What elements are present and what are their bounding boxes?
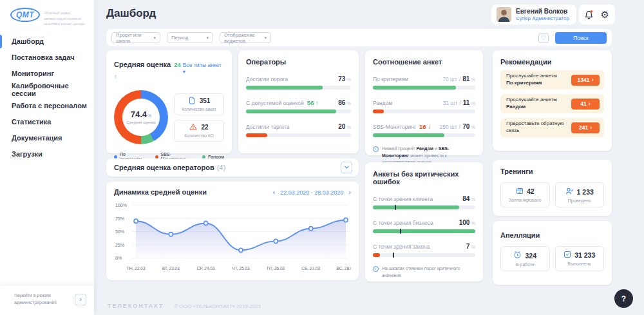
sidebar-item-calibration-sessions[interactable]: Калибровочные сессии	[0, 82, 94, 98]
help-button[interactable]: ?	[614, 289, 633, 308]
questionnaire-ratio-card: Соотношение анкет По критериям 70 шт/81%…	[365, 50, 483, 155]
recommendation-count-button[interactable]: 241›	[571, 122, 600, 133]
card-title: Апелляции	[500, 231, 604, 239]
panel-title: Средняя оценка операторов	[114, 164, 214, 171]
warning-icon	[189, 123, 197, 132]
date-range-nav: ‹ 22.03.2020 - 28.03.2020 ›	[273, 189, 351, 196]
filter-bar: Проект или шкала▾ Период▾ Отображение ви…	[106, 29, 612, 46]
bar-row-threshold: Достигли порога 73%	[246, 75, 351, 90]
threshold-marker	[393, 253, 394, 258]
info-icon: i	[373, 146, 379, 152]
bar-row-random: Рандом 31 шт/11%	[373, 99, 475, 113]
recommendation-count-button[interactable]: 41›	[571, 99, 600, 110]
trainings-card: Тренинги 42 Запланировано 1 233 Проведен…	[493, 160, 612, 216]
bar-row-criteria: По критериям 70 шт/81%	[373, 75, 475, 90]
chevron-right-icon: ›	[589, 100, 591, 107]
card-title: Динамика средней оценки	[114, 188, 207, 196]
arrow-up-icon: ↑	[316, 99, 319, 106]
appeals-card: Апелляции 324 В работе 31 233 Выполнено	[493, 221, 612, 285]
chevron-right-icon: ›	[590, 124, 592, 131]
sidebar-item-uploads[interactable]: Загрузки	[0, 146, 94, 162]
threshold-marker	[400, 229, 401, 234]
sidebar-item-monitoring[interactable]: Мониторинг	[0, 66, 94, 82]
sidebar: QMT Облачный сервис автоматизации контро…	[0, 0, 94, 315]
page-title: Дашборд	[106, 7, 156, 20]
sidebar-item-documentation[interactable]: Документация	[0, 130, 94, 146]
admin-mode-panel: Перейти в режим администрирования ›	[0, 286, 94, 315]
widgets-display-select[interactable]: Отображение виджетов▾	[220, 32, 271, 43]
stat-conducted: 1 233 Проведено	[555, 182, 605, 207]
donut-value: 74.4%	[131, 110, 152, 119]
threshold-marker	[395, 205, 396, 210]
app-logo[interactable]: QMT	[10, 8, 40, 22]
user-role: Супер Администратор	[516, 15, 569, 21]
svg-text:0%: 0%	[115, 256, 122, 261]
recommendation-give-feedback[interactable]: Предоставьте обратнуюсвязь 241›	[500, 118, 604, 137]
svg-text:ПТ, 26.03: ПТ, 26.03	[267, 265, 285, 270]
recommendations-card: Рекомендации Прослушайте анкетыПо критер…	[493, 50, 612, 151]
gear-icon[interactable]: ⚙	[599, 9, 611, 21]
avatar	[497, 7, 511, 22]
period-select[interactable]: Период▾	[167, 32, 213, 43]
bar-row-sbs: SBS-Мониторинг16 ↓ 250 шт/70%	[373, 123, 475, 137]
svg-text:ВС, 28.03: ВС, 28.03	[337, 265, 351, 270]
no-critical-errors-card: Анкеты без критических ошибок С точки зр…	[365, 162, 483, 282]
stat-critical-errors-count: 22 Количество КО	[174, 120, 224, 142]
project-or-scale-select[interactable]: Проект или шкала▾	[111, 32, 160, 43]
svg-text:ПН, 22.03: ПН, 22.03	[126, 265, 145, 270]
info-icon: i	[373, 266, 379, 272]
next-period-icon[interactable]: ›	[348, 189, 351, 196]
card-title: Анкеты без критических ошибок	[373, 170, 475, 186]
svg-text:100%: 100%	[115, 203, 127, 208]
svg-text:75%: 75%	[115, 216, 125, 222]
recommendation-listen-criteria[interactable]: Прослушайте анкетыПо критериям 1341›	[500, 70, 604, 90]
threshold-note: i На шкалах отмечен порог критичного зна…	[373, 265, 475, 279]
user-menu[interactable]: Евгений Волков Супер Администратор	[491, 5, 576, 24]
bar-row-acceptable: С допустимой оценкой56 ↑ 86%	[246, 99, 351, 113]
heart-icon: ♡	[541, 34, 547, 41]
donut-label: Средняя оценка	[126, 120, 156, 126]
sidebar-item-statistics[interactable]: Статистика	[0, 114, 94, 130]
chevron-down-icon: ▾	[153, 35, 156, 41]
card-title: Тренинги	[500, 167, 604, 175]
questionnaire-type-dropdown[interactable]: Все типы анкет ▾	[183, 62, 224, 75]
date-range[interactable]: 22.03.2020 - 28.03.2020	[280, 189, 343, 196]
prev-period-icon[interactable]: ‹	[273, 189, 276, 196]
recommendation-count-button[interactable]: 1341›	[571, 75, 600, 86]
svg-text:50%: 50%	[115, 229, 125, 234]
footer-copyright: © ООО «ТЕЛЕКОНТАКТ» 2019-2021	[174, 303, 261, 309]
favorite-filter-button[interactable]: ♡	[538, 33, 549, 43]
stat-planned: 42 Запланировано	[500, 182, 550, 207]
alarm-clock-icon	[513, 251, 522, 260]
bell-icon[interactable]	[583, 9, 595, 21]
score-dynamics-card: Динамика средней оценки ‹ 22.03.2020 - 2…	[106, 182, 359, 280]
chevron-right-icon: ›	[592, 77, 594, 83]
sidebar-item-tasks[interactable]: Постановка задач	[0, 50, 94, 66]
avg-score-card: Средняя оценка24 ↑ Все типы анкет ▾ 74.4…	[106, 50, 232, 153]
sidebar-item-personnel[interactable]: Работа с персоналом	[0, 98, 94, 114]
admin-mode-label: Перейти в режим администрирования	[14, 292, 64, 306]
avg-score-donut: 74.4% Средняя оценка	[114, 90, 168, 144]
card-title: Рекомендации	[500, 58, 604, 66]
recommendation-listen-random[interactable]: Прослушайте анкетыРандом 41›	[500, 94, 604, 113]
svg-text:25%: 25%	[115, 243, 125, 248]
admin-mode-button[interactable]: ›	[75, 294, 86, 305]
sidebar-item-dashboard[interactable]: Дашборд	[0, 33, 94, 50]
bar-row-client: С точки зрения клиента 84%	[373, 195, 475, 209]
document-icon	[188, 97, 196, 106]
arrow-up-icon: ↑	[114, 73, 117, 80]
card-title: Средняя оценка	[114, 61, 171, 68]
svg-text:СБ, 27.03: СБ, 27.03	[301, 265, 320, 270]
chevron-down-icon: ▾	[183, 68, 185, 75]
bar-row-law: С точки зрения закона 7%	[373, 243, 475, 257]
stat-in-progress: 324 В работе	[500, 246, 550, 271]
expand-panel-button[interactable]	[341, 162, 352, 173]
app-tagline: Облачный сервис автоматизации контроля к…	[44, 8, 86, 27]
svg-text:ЧТ, 25.03: ЧТ, 25.03	[232, 265, 250, 270]
arrow-down-icon: ↓	[428, 123, 431, 130]
chevron-down-icon: ▾	[264, 35, 267, 41]
footer-brand: ТЕЛЕКОНТАКТ	[108, 303, 164, 309]
operators-avg-panel: Средняя оценка операторов(4)	[106, 158, 359, 177]
stat-questionnaire-count: 351 Количество анкет	[174, 93, 224, 115]
search-button[interactable]: Поиск	[555, 32, 607, 44]
